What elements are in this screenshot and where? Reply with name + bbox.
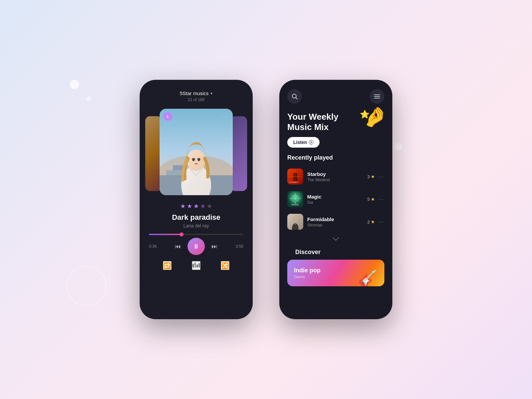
discover-card-info: Indie pop Genre [294, 267, 321, 279]
track-name-magic: Magic [307, 194, 363, 200]
svg-rect-17 [199, 263, 200, 268]
deco-circle-2 [86, 96, 91, 101]
shuffle-button[interactable]: 🔀 [221, 261, 229, 270]
track-name-starboy: Starboy [307, 171, 363, 177]
starboy-art: STARBOY [287, 169, 303, 185]
prev-button[interactable]: ⏮ [175, 243, 181, 250]
star-3[interactable]: ★ [194, 202, 199, 210]
track-artist-formidable: Stromae [307, 223, 363, 227]
svg-rect-15 [195, 262, 196, 268]
chevron-down-icon[interactable]: ▾ [210, 91, 212, 96]
bg-illustration [160, 109, 233, 195]
track-thumb-magic: MAGIC [287, 191, 303, 207]
card-dots-menu[interactable]: ··· [222, 113, 229, 119]
track-right-formidable: 2 ★ ··· [367, 218, 384, 225]
svg-text:STARBOY: STARBOY [289, 181, 299, 183]
progress-bar-fill [149, 234, 182, 235]
track-item-magic[interactable]: MAGIC Magic Sia 5 ★ ··· [279, 188, 392, 210]
song-title: Dark paradise [140, 213, 253, 222]
repeat-button[interactable]: 🔁 [163, 261, 172, 270]
thumb-bg-starboy: STARBOY [287, 169, 303, 185]
more-dots-formidable[interactable]: ··· [378, 218, 384, 225]
progress-section [140, 228, 253, 235]
listen-label: Listen [293, 140, 307, 145]
rating-value-magic: 5 [367, 197, 370, 202]
search-icon [291, 93, 298, 100]
more-dots-magic[interactable]: ··· [378, 196, 384, 203]
search-button[interactable] [287, 89, 302, 104]
more-dots-starboy[interactable]: ··· [378, 173, 384, 180]
player-phone: 5Star musics ▾ 21 of 189 [140, 80, 253, 319]
star-1[interactable]: ★ [180, 202, 186, 210]
svg-line-19 [296, 98, 298, 99]
track-thumb-starboy: STARBOY [287, 169, 303, 185]
track-artist-magic: Sia [307, 200, 363, 205]
progress-bar-bg[interactable] [149, 234, 243, 235]
phone1-header: 5Star musics ▾ 21 of 189 [140, 80, 253, 105]
expand-tracks-button[interactable] [279, 233, 392, 245]
play-pause-button[interactable]: ⏸ [188, 238, 205, 255]
card-top-row: L ··· [164, 112, 229, 121]
deco-circle-3 [395, 143, 402, 150]
deco-circle-1 [70, 80, 79, 89]
svg-rect-16 [197, 264, 198, 268]
ph2-header [279, 80, 392, 104]
track-item-starboy[interactable]: STARBOY Starboy The Weeknd 3 ★ ··· [279, 165, 392, 188]
menu-icon [374, 94, 380, 99]
discover-title: Discover [287, 247, 384, 260]
discover-sub: Genre [294, 275, 321, 279]
track-info-starboy: Starboy The Weeknd [307, 171, 363, 182]
svg-text:MAGIC: MAGIC [291, 203, 299, 206]
svg-point-7 [187, 150, 205, 171]
star-4[interactable]: ★ [200, 202, 205, 210]
emoji-decoration: 🤌 ⭐ [363, 107, 387, 126]
track-rating-magic: 5 ★ [367, 197, 375, 202]
svg-rect-4 [173, 165, 183, 170]
svg-point-34 [293, 197, 297, 200]
thumb-bg-formidable [287, 214, 303, 230]
menu-button[interactable] [370, 89, 384, 104]
bottom-controls: 🔁 🔀 [140, 255, 253, 270]
album-art-container: L ··· [148, 109, 245, 199]
rating-star-starboy: ★ [371, 174, 375, 179]
discover-section: Discover Indie pop Genre 🎸 [279, 245, 392, 286]
recently-played-title: Recently played [279, 153, 392, 165]
album-art-main: L ··· [160, 109, 233, 195]
track-count: 21 of 189 [146, 97, 246, 102]
svg-point-11 [197, 158, 201, 160]
stars-rating: ★ ★ ★ ★ ★ [140, 202, 253, 210]
discovery-phone: Your Weekly Music Mix Listen 🤌 ⭐ Recentl… [279, 80, 392, 319]
thumb-bg-magic: MAGIC [287, 191, 303, 207]
svg-point-10 [192, 158, 196, 160]
track-item-formidable[interactable]: Formidable Stromae 2 ★ ··· [279, 210, 392, 233]
svg-rect-14 [193, 264, 194, 268]
side-card-right [230, 116, 247, 191]
song-artist: Lana del ray [140, 223, 253, 228]
star-2[interactable]: ★ [187, 202, 192, 210]
track-artist-starboy: The Weeknd [307, 178, 363, 182]
svg-point-13 [186, 163, 188, 165]
discover-genre: Indie pop [294, 267, 321, 274]
magic-art: MAGIC [287, 191, 303, 207]
track-rating-formidable: 2 ★ [367, 219, 375, 224]
time-total: 3:50 [236, 244, 243, 249]
controls-row: 0:36 ⏮ ⏸ ⏭ 3:50 [140, 235, 253, 255]
chevron-down-icon [332, 237, 339, 241]
track-name-formidable: Formidable [307, 216, 363, 222]
track-rating-starboy: 3 ★ [367, 174, 375, 179]
album-photo: L ··· [160, 109, 233, 195]
star-5[interactable]: ★ [207, 202, 212, 210]
track-right-magic: 5 ★ ··· [367, 196, 384, 203]
next-button[interactable]: ⏭ [211, 243, 217, 250]
equalizer-button[interactable] [192, 261, 200, 270]
discover-card[interactable]: Indie pop Genre 🎸 [287, 260, 384, 286]
listen-button[interactable]: Listen [287, 137, 320, 148]
svg-point-23 [309, 140, 314, 145]
playlist-title-row: 5Star musics ▾ [146, 90, 246, 96]
svg-point-12 [186, 161, 188, 163]
avatar-badge: L [164, 112, 172, 121]
rating-value-formidable: 2 [367, 219, 370, 224]
rating-value-starboy: 3 [367, 174, 370, 179]
track-info-magic: Magic Sia [307, 194, 363, 205]
controls-center: ⏮ ⏸ ⏭ [175, 238, 217, 255]
